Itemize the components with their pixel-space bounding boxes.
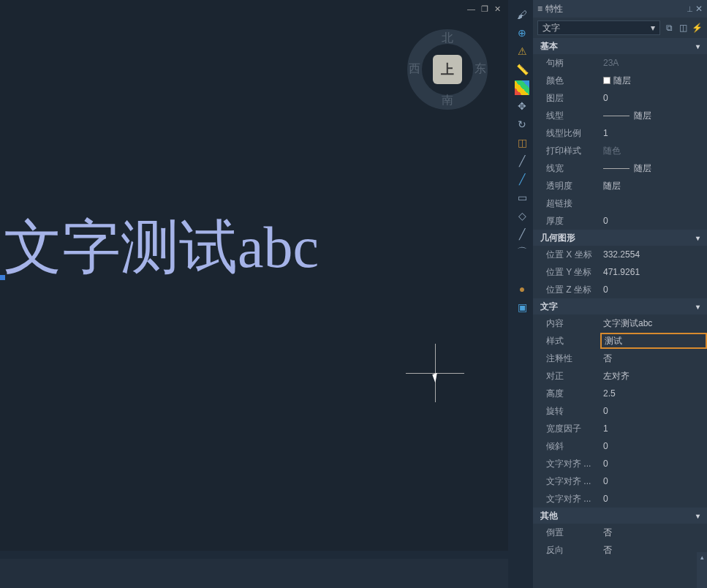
dropdown-chevron-icon: ▾: [651, 23, 655, 33]
restore-button[interactable]: ❐: [481, 4, 488, 14]
ltscale-label: 线型比例: [546, 127, 600, 140]
backward-label: 倒置: [546, 527, 600, 539]
object-type-dropdown[interactable]: 文字 ▾: [537, 20, 660, 35]
draw-tool-palette: 🖌 ⊕ ⚠ 📏 ✥ ↻ ◫ ╱ ╱ ▭ ◇ ╱ ⌒ ● ▣: [513, 7, 532, 314]
rectangle-icon[interactable]: ▭: [515, 190, 529, 205]
spacer: [515, 263, 529, 278]
color-palette-icon[interactable]: [515, 80, 529, 95]
rotate-icon[interactable]: ↻: [515, 117, 529, 132]
toggle-pickadd-icon[interactable]: ⚡: [691, 23, 703, 33]
paint-icon[interactable]: 🖌: [515, 7, 529, 22]
panel-header[interactable]: ≡ 特性 ⟂ ✕: [533, 0, 707, 18]
chevron-down-icon: ▾: [696, 512, 700, 520]
backward-value[interactable]: 否: [600, 524, 707, 540]
polyline-icon[interactable]: ╱: [515, 172, 529, 186]
measure-icon[interactable]: 📏: [515, 62, 529, 77]
box-icon[interactable]: ▣: [515, 300, 529, 314]
color-value[interactable]: 随层: [600, 72, 707, 88]
vertical-scrollbar[interactable]: ▴: [697, 552, 707, 588]
alignz-label: 文字对齐 ...: [546, 493, 600, 505]
compass-south[interactable]: 南: [442, 93, 453, 108]
thickness-value[interactable]: 0: [600, 213, 707, 229]
rotation-value[interactable]: 0: [600, 403, 707, 419]
alignx-label: 文字对齐 ...: [546, 458, 600, 470]
section-text-title: 文字: [540, 301, 558, 313]
canvas-text-entity[interactable]: 文字测试abc: [4, 208, 319, 287]
justify-label: 对正: [546, 370, 600, 382]
justify-value[interactable]: 左对齐: [600, 368, 707, 384]
lineweight-value[interactable]: 随层: [600, 160, 707, 176]
compass-north[interactable]: 北: [442, 31, 453, 46]
compass-west[interactable]: 西: [409, 61, 420, 77]
minimize-button[interactable]: —: [467, 4, 475, 14]
posx-value[interactable]: 332.2554: [600, 246, 707, 263]
oblique-label: 倾斜: [546, 440, 600, 453]
sphere-icon[interactable]: ●: [515, 282, 529, 296]
compass-east[interactable]: 东: [475, 61, 486, 77]
ltscale-value[interactable]: 1: [600, 125, 707, 141]
panel-grip-icon[interactable]: ≡: [537, 4, 542, 14]
arc-icon[interactable]: ⌒: [515, 245, 529, 260]
posz-value[interactable]: 0: [600, 282, 707, 298]
move-icon[interactable]: ✥: [515, 99, 529, 113]
scroll-up-icon[interactable]: ▴: [697, 552, 707, 562]
oblique-value[interactable]: 0: [600, 438, 707, 454]
section-geometry[interactable]: 几何图形 ▾: [533, 230, 707, 246]
style-label: 样式: [546, 335, 600, 347]
object-type-label: 文字: [542, 22, 560, 34]
section-geometry-title: 几何图形: [540, 232, 575, 244]
posz-label: 位置 Z 坐标: [546, 284, 600, 296]
window-controls: — ❐ ✕: [467, 4, 501, 14]
quick-select-icon[interactable]: ⧉: [663, 23, 675, 33]
hyperlink-value[interactable]: [600, 195, 707, 211]
color-label: 颜色: [546, 75, 600, 87]
pin-icon[interactable]: ⟂: [687, 4, 692, 14]
chevron-down-icon: ▾: [696, 303, 700, 311]
panel-close-icon[interactable]: ✕: [695, 4, 703, 14]
drawing-canvas[interactable]: — ❐ ✕ 北 南 西 东 上 文字测试abc: [0, 0, 508, 551]
compass-top[interactable]: 上: [433, 55, 462, 84]
thickness-label: 厚度: [546, 215, 600, 227]
polygon-icon[interactable]: ◇: [515, 208, 529, 223]
linetype-label: 线型: [546, 110, 600, 122]
layer-value[interactable]: 0: [600, 90, 707, 106]
view-cube[interactable]: 北 南 西 东 上: [407, 29, 488, 110]
content-value[interactable]: 文字测试abc: [600, 315, 707, 331]
object-selector-row: 文字 ▾ ⧉ ◫ ⚡: [533, 18, 707, 38]
section-basic[interactable]: 基本 ▾: [533, 38, 707, 54]
posx-label: 位置 X 坐标: [546, 249, 600, 261]
aligny-value[interactable]: 0: [600, 473, 707, 489]
upsidedown-value[interactable]: 否: [600, 542, 707, 558]
annotative-value[interactable]: 否: [600, 350, 707, 366]
chevron-down-icon: ▾: [696, 42, 700, 50]
close-button[interactable]: ✕: [494, 4, 501, 14]
line-icon[interactable]: ╱: [515, 154, 529, 168]
plotstyle-value: 随色: [600, 143, 707, 159]
alignz-value[interactable]: 0: [600, 491, 707, 507]
alignx-value[interactable]: 0: [600, 456, 707, 472]
plotstyle-label: 打印样式: [546, 145, 600, 157]
upsidedown-label: 反向: [546, 544, 600, 557]
command-line[interactable]: [0, 559, 508, 588]
select-objects-icon[interactable]: ◫: [677, 23, 689, 33]
section-basic-title: 基本: [540, 40, 558, 53]
add-selection-icon[interactable]: ⊕: [515, 26, 529, 40]
edge-icon[interactable]: ╱: [515, 227, 529, 241]
align-icon[interactable]: ◫: [515, 135, 529, 150]
chevron-down-icon: ▾: [696, 234, 700, 242]
posy-value[interactable]: 471.9261: [600, 264, 707, 280]
linetype-value[interactable]: 随层: [600, 108, 707, 124]
style-value[interactable]: 测试: [600, 333, 707, 349]
handle-value: 23A: [600, 55, 707, 71]
panel-title: 特性: [545, 3, 563, 15]
widthfactor-value[interactable]: 1: [600, 421, 707, 437]
posy-label: 位置 Y 坐标: [546, 266, 600, 279]
layer-label: 图层: [546, 92, 600, 105]
rotation-label: 旋转: [546, 405, 600, 418]
section-other[interactable]: 其他 ▾: [533, 508, 707, 524]
warning-icon[interactable]: ⚠: [515, 44, 529, 59]
height-value[interactable]: 2.5: [600, 385, 707, 402]
transparency-value[interactable]: 随层: [600, 178, 707, 194]
section-text[interactable]: 文字 ▾: [533, 298, 707, 314]
widthfactor-label: 宽度因子: [546, 423, 600, 435]
